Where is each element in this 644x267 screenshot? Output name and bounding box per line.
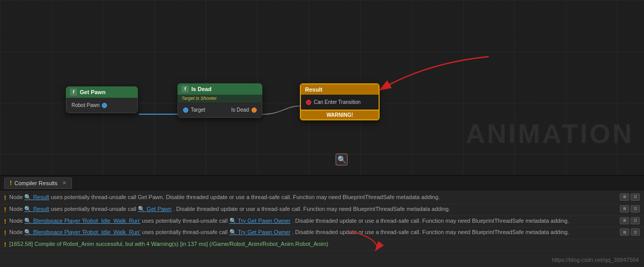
- is-dead-node[interactable]: f Is Dead Target is Shooter Target Is De…: [177, 83, 262, 118]
- target-label: Target: [191, 107, 205, 113]
- log-row: ! Node 🔍 Result uses potentially thread-…: [0, 192, 644, 204]
- log-text-1: Node 🔍 Result uses potentially thread-un…: [9, 193, 616, 201]
- log-link-blendspace-3[interactable]: 🔍 Blendspace Player 'Robot_Idle_Walk_Run…: [24, 218, 140, 224]
- target-pin: Target Is Dead: [183, 107, 257, 113]
- tab-close-button[interactable]: ✕: [62, 180, 66, 186]
- get-pawn-header: f Get Pawn: [66, 86, 138, 98]
- result-node[interactable]: Result Can Enter Transition WARNING!: [300, 83, 380, 120]
- is-dead-subtitle: Target is Shooter: [177, 95, 262, 102]
- robot-pawn-label: Robot Pawn: [71, 102, 99, 108]
- warning-icon-2: !: [4, 206, 6, 215]
- tab-label: Compiler Results: [14, 180, 58, 186]
- log-list: ! Node 🔍 Result uses potentially thread-…: [0, 190, 644, 266]
- zoom-icon[interactable]: 🔍: [335, 153, 348, 166]
- log-link-tgpo-4[interactable]: 🔍 Try Get Pawn Owner: [229, 229, 291, 235]
- function-badge: f: [70, 88, 77, 96]
- log-action-btn-2a[interactable]: ⊞: [620, 205, 629, 212]
- compiler-results-tab[interactable]: ! Compiler Results ✕: [4, 177, 72, 189]
- log-link-result-1[interactable]: 🔍 Result: [24, 194, 49, 200]
- log-action-btn-2b[interactable]: ⊡: [631, 205, 640, 212]
- log-action-btn-3a[interactable]: ⊞: [620, 217, 629, 224]
- result-header: Result: [300, 83, 380, 95]
- log-row-success: ! [1652.58] Compile of Robot_Anim succes…: [0, 239, 644, 251]
- result-title: Result: [305, 86, 323, 93]
- is-dead-body: Target Is Dead: [177, 102, 262, 118]
- can-enter-label: Can Enter Transition: [314, 99, 361, 105]
- log-row: ! Node 🔍 Blendspace Player 'Robot_Idle_W…: [0, 216, 644, 228]
- animation-watermark: ANIMATION: [466, 118, 634, 149]
- get-pawn-node[interactable]: f Get Pawn Robot Pawn: [66, 86, 138, 113]
- log-row: ! Node 🔍 Result uses potentially thread-…: [0, 204, 644, 216]
- is-dead-header: f Is Dead: [177, 83, 262, 95]
- log-text-4: Node 🔍 Blendspace Player 'Robot_Idle_Wal…: [9, 228, 616, 236]
- panel-tab-bar: ! Compiler Results ✕: [0, 176, 644, 190]
- log-actions-1: ⊞ ⊡: [620, 193, 640, 201]
- robot-pawn-dot: [102, 103, 107, 108]
- can-enter-pin: Can Enter Transition: [306, 99, 373, 105]
- warning-icon-1: !: [4, 194, 6, 203]
- is-dead-label: Is Dead: [231, 107, 249, 113]
- log-row: ! Node 🔍 Blendspace Player 'Robot_Idle_W…: [0, 227, 644, 239]
- is-dead-title: Is Dead: [191, 86, 211, 92]
- enter-transition-dot: [306, 100, 311, 105]
- tab-warning-icon: !: [10, 180, 12, 187]
- warning-icon-4: !: [4, 229, 6, 238]
- log-action-btn-1a[interactable]: ⊞: [620, 193, 629, 201]
- log-text-5: [1652.58] Compile of Robot_Anim successf…: [9, 240, 640, 248]
- log-action-btn-1b[interactable]: ⊡: [631, 193, 640, 201]
- target-in-dot: [183, 108, 188, 113]
- log-action-btn-3b[interactable]: ⊡: [631, 217, 640, 224]
- warning-icon-3: !: [4, 218, 6, 226]
- warning-bar: WARNING!: [300, 111, 380, 120]
- log-actions-3: ⊞ ⊡: [620, 217, 640, 224]
- log-text-2: Node 🔍 Result uses potentially thread-un…: [9, 205, 616, 213]
- log-action-btn-4b[interactable]: ⊡: [631, 228, 640, 236]
- result-body: Can Enter Transition: [300, 95, 380, 111]
- get-pawn-body: Robot Pawn: [66, 98, 138, 113]
- robot-pawn-pin: Robot Pawn: [71, 102, 132, 108]
- log-link-result-2[interactable]: 🔍 Result: [24, 206, 49, 212]
- function-badge-2: f: [182, 85, 189, 93]
- blueprint-canvas[interactable]: f Get Pawn Robot Pawn f Is Dead Target i…: [0, 0, 644, 175]
- log-link-blendspace-4[interactable]: 🔍 Blendspace Player 'Robot_Idle_Walk_Run…: [24, 229, 140, 235]
- bottom-panel: ! Compiler Results ✕ ! Node 🔍 Result use…: [0, 175, 644, 267]
- log-link-get-pawn-2[interactable]: 🔍 Get Pawn: [138, 206, 171, 212]
- log-actions-2: ⊞ ⊡: [620, 205, 640, 212]
- log-link-tgpo-3[interactable]: 🔍 Try Get Pawn Owner: [229, 218, 291, 224]
- get-pawn-title: Get Pawn: [80, 89, 105, 95]
- is-dead-out-dot: [252, 108, 257, 113]
- log-text-3: Node 🔍 Blendspace Player 'Robot_Idle_Wal…: [9, 217, 616, 225]
- log-action-btn-4a[interactable]: ⊞: [620, 228, 629, 236]
- log-actions-4: ⊞ ⊡: [620, 228, 640, 236]
- attribution-text: https://blog.csdn.net/qq_39947564: [552, 257, 639, 263]
- warning-icon-5: !: [4, 241, 6, 250]
